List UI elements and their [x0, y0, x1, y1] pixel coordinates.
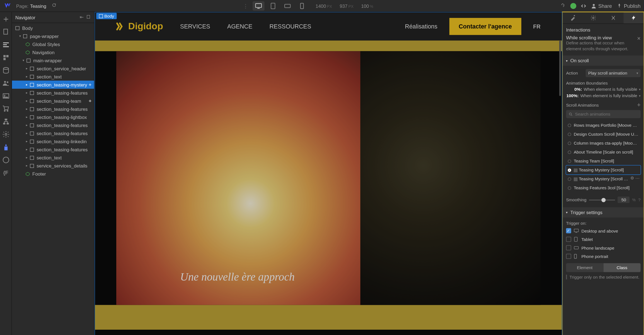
breakpoint-phone-portrait[interactable]: [296, 1, 308, 11]
tree-section[interactable]: ▸section_teasing-linkedin: [12, 137, 94, 145]
svg-rect-49: [575, 232, 577, 233]
hero-section[interactable]: Une nouvelle ère approch: [116, 51, 541, 305]
page-name[interactable]: Teasing: [30, 3, 46, 8]
nav-lang[interactable]: FR: [533, 23, 540, 30]
tree-section[interactable]: ▸section_teasing-features: [12, 89, 94, 97]
breakpoint-desktop[interactable]: [253, 1, 265, 11]
users-icon[interactable]: [2, 79, 10, 87]
info-icon[interactable]: ?: [638, 197, 640, 202]
trigger-target-segment: Element Class: [566, 263, 640, 272]
animation-item[interactable]: Teasing Mystery [Scroll …⚙⋯: [566, 174, 640, 183]
segment-class[interactable]: Class: [603, 263, 641, 272]
animation-search-input[interactable]: [575, 112, 638, 116]
logic-icon[interactable]: [2, 118, 10, 126]
interactions-tab[interactable]: [624, 12, 644, 23]
trigger-settings-header[interactable]: ▾Trigger settings: [563, 207, 644, 218]
publish-button[interactable]: Publish: [616, 3, 641, 9]
finsweet-icon[interactable]: {F: [2, 169, 10, 177]
smoothing-slider[interactable]: [589, 199, 615, 200]
pin-icon[interactable]: [86, 15, 91, 20]
trigger-on-label: Trigger on:: [566, 221, 640, 226]
animation-item[interactable]: Teasing Team [Scroll]: [566, 157, 640, 166]
animation-item[interactable]: Design Custom Scroll [Moove Up …: [566, 130, 640, 138]
nav-link[interactable]: RESSOURCES: [269, 23, 311, 30]
apps-icon[interactable]: [2, 143, 10, 151]
audit-icon[interactable]: [2, 156, 10, 164]
refresh-icon[interactable]: [51, 3, 56, 9]
tree-section[interactable]: ▸section_text: [12, 154, 94, 162]
page-preview[interactable]: Digidop SERVICES AGENCE RESSOURCES Réali…: [95, 12, 562, 335]
collapse-icon[interactable]: ⇤: [80, 15, 84, 20]
smoothing-value[interactable]: 50: [618, 197, 630, 203]
tree-section[interactable]: ▸service_services_details: [12, 162, 94, 170]
boundaries-label: Animation Boundaries: [566, 81, 640, 85]
nav-link[interactable]: SERVICES: [180, 23, 210, 30]
animation-item[interactable]: Teasing Mystery [Scroll]: [566, 166, 640, 174]
share-button[interactable]: Share: [590, 3, 612, 9]
breakpoint-phone-landscape[interactable]: [282, 1, 294, 11]
ecommerce-icon[interactable]: [2, 105, 10, 113]
tree-section[interactable]: ▸section_teasing-lightbox: [12, 113, 94, 121]
tree-global-styles[interactable]: Global Styles: [12, 40, 94, 48]
webflow-logo-icon[interactable]: [3, 2, 11, 10]
tree-section[interactable]: ▸section_teasing-features: [12, 121, 94, 129]
cms-icon[interactable]: [2, 66, 10, 74]
nav-cta-button[interactable]: Contacter l'agence: [449, 18, 521, 35]
boundary-100[interactable]: 100%: When element is fully invisible ▾: [566, 94, 640, 98]
svg-rect-48: [574, 229, 578, 232]
tree-body[interactable]: Body: [12, 24, 94, 32]
site-logo[interactable]: Digidop: [116, 21, 163, 32]
animation-item[interactable]: Teasing Features 3col [Scroll]: [566, 183, 640, 192]
assets-icon[interactable]: [2, 92, 10, 100]
status-indicator-icon[interactable]: [570, 3, 576, 9]
canvas-width[interactable]: 1400PX: [316, 3, 332, 8]
animation-search[interactable]: [566, 110, 640, 118]
settings-tab[interactable]: [583, 12, 603, 23]
navigator-icon[interactable]: [2, 41, 10, 49]
tree-section[interactable]: ▸section_teasing-team+: [12, 97, 94, 105]
nav-realisations[interactable]: Réalisations: [405, 23, 437, 30]
gear-icon: ⚙: [630, 176, 634, 180]
tree-section[interactable]: ▸section_service_header: [12, 64, 94, 73]
page-label: Page:: [16, 3, 28, 8]
tree-section[interactable]: ▸section_teasing-features: [12, 145, 94, 154]
tree-footer[interactable]: Footer: [12, 170, 94, 178]
svg-point-18: [5, 133, 7, 135]
tree-section[interactable]: ▸section_teasing-features: [12, 129, 94, 137]
svg-point-12: [6, 82, 8, 83]
animation-item[interactable]: Column Images cta-apply [Moove…: [566, 139, 640, 148]
selection-chip[interactable]: Body: [96, 13, 117, 19]
trigger-device[interactable]: ✓Desktop and above: [566, 227, 640, 234]
tree-navigation[interactable]: Navigation: [12, 48, 94, 56]
tree-page-wrapper[interactable]: ▾ page-wrapper: [12, 32, 94, 40]
style-tab[interactable]: [563, 12, 583, 23]
on-scroll-header[interactable]: ▾On scroll: [563, 56, 644, 66]
canvas-height: 937PX: [340, 3, 353, 8]
trigger-device[interactable]: Tablet: [566, 236, 640, 243]
tree-section[interactable]: ▸section_text: [12, 73, 94, 81]
animation-item[interactable]: Rows Images Portfolio [Moove Lef…: [566, 121, 640, 130]
tree-section[interactable]: ▸section_teasing-mystery+: [12, 81, 94, 89]
add-animation-icon[interactable]: +: [637, 102, 641, 108]
settings-icon[interactable]: [2, 131, 10, 138]
nav-link[interactable]: AGENCE: [227, 23, 252, 30]
breakpoint-tablet[interactable]: [267, 1, 279, 11]
style-manager-tab[interactable]: [603, 12, 624, 23]
tree-section[interactable]: ▸section_teasing-features: [12, 105, 94, 113]
more-icon[interactable]: ⋮: [243, 3, 248, 9]
components-icon[interactable]: [2, 54, 10, 62]
pages-icon[interactable]: [2, 28, 10, 36]
tree-main-wrapper[interactable]: ▾ main-wrapper: [12, 56, 94, 64]
close-icon[interactable]: ×: [637, 35, 641, 42]
scrollbar-indicator[interactable]: [559, 40, 561, 96]
export-code-icon[interactable]: [580, 3, 586, 9]
animation-item[interactable]: About Timeline [Scale on scroll]: [566, 148, 640, 157]
add-element-icon[interactable]: [2, 15, 10, 23]
action-select[interactable]: Play scroll animation▾: [586, 69, 641, 77]
undo-icon[interactable]: [560, 2, 566, 9]
trigger-device[interactable]: Phone landscape: [566, 244, 640, 251]
canvas-zoom[interactable]: 100%: [361, 3, 373, 8]
trigger-device[interactable]: Phone portrait: [566, 253, 640, 260]
segment-element[interactable]: Element: [566, 263, 603, 272]
boundary-0[interactable]: 0%: When element is fully visible ▾: [566, 87, 640, 92]
